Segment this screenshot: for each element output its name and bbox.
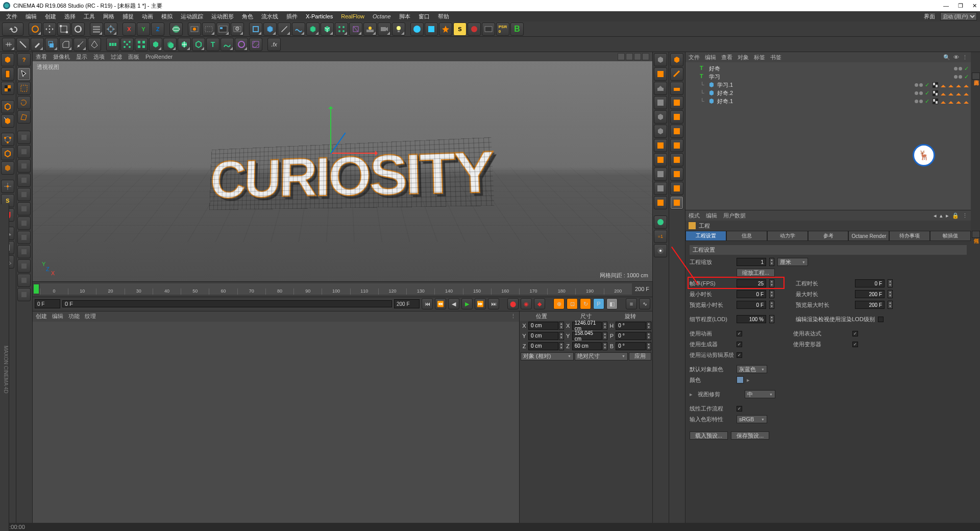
rc2-btn3[interactable] xyxy=(670,82,683,95)
timeline-tick[interactable]: 0 xyxy=(40,288,68,295)
texture-tag-icon[interactable] xyxy=(933,82,938,88)
visibility-dots[interactable] xyxy=(954,67,962,70)
om-menu-file[interactable]: 文件 xyxy=(689,54,700,61)
enable-axis-button[interactable] xyxy=(1,180,14,193)
render-view-button[interactable] xyxy=(188,22,201,36)
enable-toggle[interactable]: ✓ xyxy=(925,90,929,96)
rc1-btn1[interactable] xyxy=(654,53,667,66)
mat-menu-func[interactable]: 功能 xyxy=(68,312,80,320)
goto-prevkey-button[interactable]: ⏪ xyxy=(435,298,446,309)
filter-other-button[interactable] xyxy=(17,259,31,273)
om-menu-bookmarks[interactable]: 书签 xyxy=(770,54,781,61)
voronoi-button[interactable] xyxy=(249,38,262,51)
filter-spline-button[interactable] xyxy=(17,159,31,173)
lasso-select-button[interactable] xyxy=(17,96,31,109)
filter-poly-button[interactable] xyxy=(17,145,31,158)
maximize-button[interactable]: ❐ xyxy=(958,3,963,9)
menu-plugins[interactable]: 插件 xyxy=(283,12,301,21)
timeline-tick[interactable]: 80 xyxy=(265,288,293,295)
phong-tag-icon[interactable] xyxy=(956,99,961,104)
rc2-btn6[interactable] xyxy=(670,125,683,138)
live-select-button[interactable] xyxy=(29,22,42,36)
camera-button[interactable] xyxy=(378,22,391,36)
phong-tag-icon[interactable] xyxy=(948,99,953,104)
menu-simulate[interactable]: 模拟 xyxy=(158,12,176,21)
rf-scene-button[interactable] xyxy=(468,22,481,36)
key-param-button[interactable]: P xyxy=(593,298,604,309)
range-end-field[interactable]: 200 F xyxy=(394,299,420,308)
phong-tag-icon[interactable] xyxy=(941,99,946,104)
rc1-btn13[interactable]: =1 xyxy=(654,230,667,243)
menu-track[interactable]: 运动跟踪 xyxy=(178,12,206,21)
om-eye-icon[interactable]: 👁 xyxy=(953,54,959,61)
timeline-tick[interactable]: 20 xyxy=(96,288,124,295)
rect-select-button[interactable] xyxy=(17,82,31,95)
extrude-button[interactable] xyxy=(45,38,58,51)
vp-nav-orbit-icon[interactable] xyxy=(634,53,641,60)
bevel-button[interactable] xyxy=(59,38,72,51)
linear-clone-button[interactable] xyxy=(106,38,119,51)
poly-select-button[interactable] xyxy=(17,110,31,124)
rc1-btn9[interactable] xyxy=(654,167,667,181)
timeline-tick[interactable]: 160 xyxy=(491,288,519,295)
menu-snap[interactable]: 捕捉 xyxy=(119,12,137,21)
am-menu-userdata[interactable]: 用户数据 xyxy=(723,212,746,220)
om-menu-tags[interactable]: 标签 xyxy=(754,54,765,61)
menu-window[interactable]: 窗口 xyxy=(415,12,433,21)
timeline-tick[interactable]: 30 xyxy=(125,288,153,295)
timeline-tick[interactable]: 200 xyxy=(604,288,632,295)
om-menu-objects[interactable]: 对象 xyxy=(738,54,749,61)
mat-menu-tex[interactable]: 纹理 xyxy=(85,312,96,320)
coord-apply-button[interactable]: 应用 xyxy=(629,352,651,360)
object-row[interactable]: └学习.1✓ xyxy=(688,81,969,89)
chk-mb[interactable] xyxy=(737,352,742,358)
drop-colorspace[interactable]: sRGB xyxy=(737,415,767,423)
filter-def-button[interactable] xyxy=(17,188,31,201)
layout-dropdown[interactable]: 启动 (用户) xyxy=(940,12,977,20)
rc1-btn5[interactable] xyxy=(654,110,667,124)
vp-nav-pan-icon[interactable] xyxy=(618,53,625,60)
rc1-btn12[interactable] xyxy=(654,215,667,229)
chk-anim[interactable] xyxy=(737,331,742,336)
am-nav-fwd-icon[interactable]: ▸ xyxy=(946,212,949,219)
mat-menu-edit[interactable]: 编辑 xyxy=(52,312,63,320)
filter-light-button[interactable] xyxy=(17,216,31,230)
chk-linear[interactable] xyxy=(737,406,742,412)
timeline-tick[interactable]: 150 xyxy=(463,288,491,295)
key-rot-button[interactable]: ↻ xyxy=(580,298,591,309)
chk-def[interactable] xyxy=(852,342,858,347)
mat-panel-opts-icon[interactable]: ⋮ xyxy=(510,313,516,320)
mograph-text-button[interactable]: T xyxy=(206,38,219,51)
vp-menu-options[interactable]: 选项 xyxy=(93,53,105,61)
enable-toggle[interactable]: ✓ xyxy=(925,98,929,105)
move-tool-button[interactable] xyxy=(43,22,56,36)
effector-button[interactable] xyxy=(235,38,248,51)
chk-expr[interactable] xyxy=(852,331,858,336)
spin-fps[interactable]: ▲▼ xyxy=(769,279,774,287)
record-button[interactable]: ⬤ xyxy=(507,298,519,309)
menu-realflow[interactable]: RealFlow xyxy=(338,12,368,20)
menu-edit[interactable]: 编辑 xyxy=(22,12,40,21)
timeline-scrubber[interactable]: 0 F xyxy=(62,300,392,307)
btn-scale-project[interactable]: 缩放工程... xyxy=(737,269,775,277)
array-button[interactable] xyxy=(335,22,348,36)
rc1-btn3[interactable] xyxy=(654,82,667,95)
undo-button[interactable] xyxy=(2,22,23,36)
menu-create[interactable]: 创建 xyxy=(42,12,59,21)
timeline-tick[interactable]: 70 xyxy=(237,288,265,295)
rot-field[interactable]: 0 ° xyxy=(616,342,646,350)
vp-menu-panel[interactable]: 面板 xyxy=(128,53,139,61)
lock-axis-button[interactable] xyxy=(104,22,117,36)
grid-clone-button[interactable] xyxy=(135,38,148,51)
filter-joint-button[interactable] xyxy=(17,274,31,287)
tab-octane[interactable]: Octane Render xyxy=(848,231,889,241)
linecut-button[interactable] xyxy=(16,38,30,51)
key-pla-button[interactable]: ◧ xyxy=(606,298,618,309)
fld-proj-time[interactable]: 0 F xyxy=(855,279,885,287)
rc2-btn1[interactable] xyxy=(670,53,683,66)
rc2-btn2[interactable] xyxy=(670,67,683,81)
key-pos-button[interactable]: ⊕ xyxy=(553,298,565,309)
subdiv-button[interactable] xyxy=(321,22,334,36)
fld-scale[interactable]: 1 xyxy=(737,258,766,266)
filter-null-button[interactable] xyxy=(17,131,31,144)
